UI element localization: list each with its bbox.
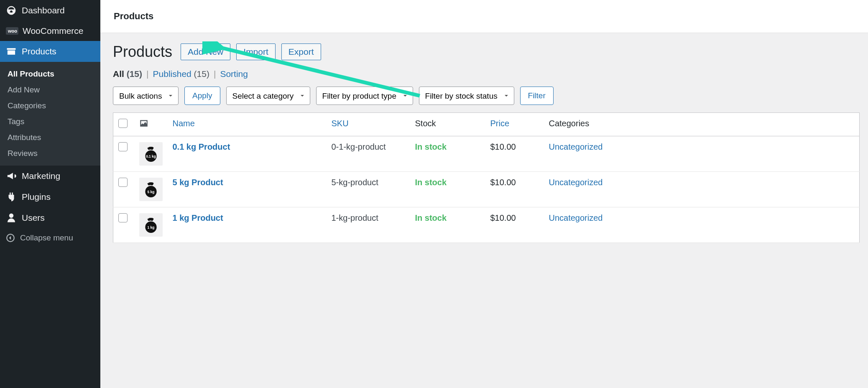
sidebar-item-woocommerce[interactable]: woo WooCommerce [0,21,100,41]
stock-status: In stock [415,213,447,222]
svg-text:0.1 kg: 0.1 kg [146,154,156,158]
collapse-icon [6,233,15,242]
sidebar-item-label: Dashboard [22,5,65,15]
product-price: $10.00 [485,172,544,207]
product-price: $10.00 [485,136,544,172]
sidebar-sub-categories[interactable]: Categories [0,98,100,114]
sidebar-item-dashboard[interactable]: Dashboard [0,0,100,21]
status-filters: All (15) | Published (15) | Sorting [113,69,860,79]
column-categories: Categories [544,113,860,136]
product-thumbnail[interactable]: 0.1 kg [139,142,163,166]
filter-row: Bulk actions Apply Select a category Fil… [113,87,860,105]
main-content: Products Products Add New Import Export … [100,0,868,388]
archive-icon [6,46,17,57]
sidebar-item-products[interactable]: Products [0,41,100,62]
products-table: Name SKU Stock Price Categories 0.1 kg 0… [113,112,860,243]
woocommerce-icon: woo [6,27,18,35]
select-all-checkbox[interactable] [118,119,128,128]
product-category-link[interactable]: Uncategorized [549,178,603,187]
page-title: Products [113,43,172,61]
sidebar-item-plugins[interactable]: Plugins [0,186,100,207]
filter-button[interactable]: Filter [520,87,554,105]
sidebar-item-label: Plugins [22,192,51,202]
stock-status: In stock [415,178,447,187]
status-sorting[interactable]: Sorting [220,69,248,79]
row-checkbox[interactable] [118,213,128,222]
content-area: Products Add New Import Export All (15) … [100,33,868,388]
dashboard-icon [6,5,17,16]
collapse-label: Collapse menu [20,233,73,242]
sidebar-sub-reviews[interactable]: Reviews [0,146,100,161]
product-name-link[interactable]: 5 kg Product [173,178,223,187]
stock-status: In stock [415,142,447,151]
sidebar-sub-add-new[interactable]: Add New [0,82,100,98]
product-name-link[interactable]: 1 kg Product [173,213,223,222]
stock-status-filter-select[interactable]: Filter by stock status [419,87,514,105]
status-all[interactable]: All (15) [113,69,142,79]
table-row: 5 kg 5 kg Product 5-kg-product In stock … [113,172,860,207]
status-published[interactable]: Published (15) [153,69,209,79]
column-price[interactable]: Price [485,113,544,136]
megaphone-icon [6,171,17,181]
sidebar-item-label: WooCommerce [23,26,83,36]
bulk-actions-select[interactable]: Bulk actions [113,87,179,105]
sidebar-sub-attributes[interactable]: Attributes [0,130,100,146]
column-stock: Stock [410,113,485,136]
product-type-filter-select[interactable]: Filter by product type [316,87,413,105]
column-name[interactable]: Name [168,113,327,136]
product-sku: 1-kg-product [327,207,410,243]
row-checkbox[interactable] [118,178,128,187]
product-thumbnail[interactable]: 5 kg [139,178,163,201]
product-name-link[interactable]: 0.1 kg Product [173,142,230,151]
top-bar: Products [100,0,868,33]
product-sku: 5-kg-product [327,172,410,207]
plug-icon [6,191,17,202]
image-icon [139,119,148,128]
sidebar-item-label: Products [22,46,56,56]
svg-text:5 kg: 5 kg [147,190,154,194]
column-sku[interactable]: SKU [327,113,410,136]
svg-text:1 kg: 1 kg [147,225,154,230]
breadcrumb-title: Products [114,11,855,22]
sidebar-sub-tags[interactable]: Tags [0,114,100,130]
apply-button[interactable]: Apply [184,87,220,105]
product-category-link[interactable]: Uncategorized [549,213,603,222]
table-row: 1 kg 1 kg Product 1-kg-product In stock … [113,207,860,243]
table-row: 0.1 kg 0.1 kg Product 0-1-kg-product In … [113,136,860,172]
table-header-row: Name SKU Stock Price Categories [113,113,860,136]
sidebar-collapse-button[interactable]: Collapse menu [0,228,100,248]
sidebar-submenu-products: All Products Add New Categories Tags Att… [0,62,100,166]
sidebar-item-marketing[interactable]: Marketing [0,166,100,186]
product-category-link[interactable]: Uncategorized [549,142,603,151]
product-thumbnail[interactable]: 1 kg [139,213,163,237]
export-button[interactable]: Export [281,43,321,60]
category-filter-select[interactable]: Select a category [226,87,310,105]
page-header: Products Add New Import Export [113,43,860,61]
sidebar-item-users[interactable]: Users [0,207,100,228]
product-sku: 0-1-kg-product [327,136,410,172]
sidebar-item-label: Users [22,213,45,223]
sidebar-item-label: Marketing [22,171,60,181]
product-price: $10.00 [485,207,544,243]
add-new-button[interactable]: Add New [181,43,230,60]
import-button[interactable]: Import [236,43,276,60]
row-checkbox[interactable] [118,142,128,151]
user-icon [6,212,17,223]
admin-sidebar: Dashboard woo WooCommerce Products All P… [0,0,100,388]
sidebar-sub-all-products[interactable]: All Products [0,66,100,82]
column-thumbnail [134,113,168,136]
